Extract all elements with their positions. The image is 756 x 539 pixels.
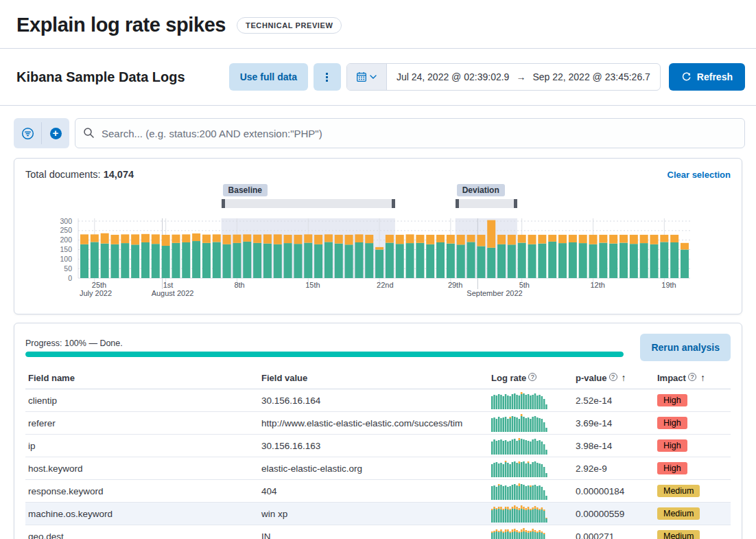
table-row[interactable]: referer http://www.elastic-elastic-elast… xyxy=(25,412,731,435)
svg-text:25th: 25th xyxy=(92,281,106,289)
sort-ascending-icon: ↑ xyxy=(700,372,705,383)
log-rate-sparkline xyxy=(491,414,547,432)
deviation-badge[interactable]: Deviation xyxy=(457,184,505,196)
toolbar-controls: Use full data Jul 24, 2022 @ 02:39:02.9 xyxy=(229,63,745,91)
field-name-cell: referer xyxy=(25,412,259,435)
chevron-down-icon xyxy=(370,75,377,79)
baseline-brush-handle[interactable] xyxy=(222,199,225,208)
field-value-cell: win xp xyxy=(259,503,488,525)
svg-text:50: 50 xyxy=(64,264,72,273)
p-value-cell: 2.52e-14 xyxy=(573,389,654,412)
p-value-cell: 3.98e-14 xyxy=(573,435,654,457)
p-value-cell: 0.000271 xyxy=(573,525,654,539)
impact-badge: High xyxy=(657,394,687,406)
deviation-brush[interactable] xyxy=(456,199,517,208)
table-row[interactable]: response.keyword 404 0.00000184 Medium xyxy=(25,480,731,503)
field-name-cell: clientip xyxy=(25,389,259,412)
svg-text:19th: 19th xyxy=(661,281,676,289)
info-icon: ? xyxy=(609,373,617,381)
date-picker: Jul 24, 2022 @ 02:39:02.9 → Sep 22, 2022… xyxy=(346,63,661,91)
svg-text:100: 100 xyxy=(60,255,72,263)
date-quick-select-button[interactable] xyxy=(347,64,387,90)
technical-preview-badge: TECHNICAL PREVIEW xyxy=(237,17,342,34)
svg-text:250: 250 xyxy=(60,226,72,234)
column-header-field-value[interactable]: Field value xyxy=(259,368,488,389)
table-row[interactable]: geo.dest IN 0.000271 Medium xyxy=(25,525,731,539)
field-value-cell: 404 xyxy=(259,480,488,503)
impact-badge: Medium xyxy=(657,530,700,539)
data-view-title: Kibana Sample Data Logs xyxy=(16,69,185,85)
histogram-chart[interactable]: 05010015020025030025th1st8th15th22nd29th… xyxy=(25,210,732,301)
field-value-cell: 30.156.16.164 xyxy=(259,389,488,412)
page-header: Explain log rate spikes TECHNICAL PREVIE… xyxy=(0,0,756,48)
field-value-cell: http://www.elastic-elastic-elastic.com/s… xyxy=(259,412,488,435)
plus-in-circle-icon: + xyxy=(50,128,62,139)
total-documents-value: 14,074 xyxy=(104,169,134,180)
table-row[interactable]: machine.os.keyword win xp 0.00000559 Med… xyxy=(25,503,731,525)
table-row[interactable]: clientip 30.156.16.164 2.52e-14 High xyxy=(25,389,731,412)
document-count-chart: BaselineDeviation 05010015020025030025th… xyxy=(25,184,731,303)
table-row[interactable]: host.keyword elastic-elastic-elastic.org… xyxy=(25,457,731,480)
progress-label: Progress: 100% — Done. xyxy=(25,339,624,348)
deviation-brush-handle[interactable] xyxy=(456,199,459,208)
svg-text:29th: 29th xyxy=(448,281,462,289)
filter-icon xyxy=(21,127,34,140)
log-rate-sparkline xyxy=(491,505,547,523)
baseline-brush-handle[interactable] xyxy=(392,199,395,208)
document-count-panel: Total documents: 14,074 Clear selection … xyxy=(14,158,742,314)
calendar-icon xyxy=(356,71,367,82)
column-header-p-value[interactable]: p-value?↑ xyxy=(573,368,654,389)
column-header-log-rate[interactable]: Log rate? xyxy=(488,368,573,389)
svg-text:5th: 5th xyxy=(519,281,530,289)
progress-bar xyxy=(25,352,624,357)
p-value-cell: 2.92e-9 xyxy=(573,457,654,480)
svg-text:July 2022: July 2022 xyxy=(80,289,112,297)
svg-text:September 2022: September 2022 xyxy=(466,289,522,297)
sort-ascending-icon: ↑ xyxy=(622,372,626,383)
log-rate-sparkline xyxy=(491,482,547,500)
svg-text:22nd: 22nd xyxy=(377,281,393,289)
total-documents: Total documents: 14,074 xyxy=(25,169,134,180)
log-rate-sparkline xyxy=(491,459,547,477)
column-header-impact[interactable]: Impact?↑ xyxy=(654,368,731,389)
svg-text:12th: 12th xyxy=(591,281,605,289)
field-name-cell: response.keyword xyxy=(25,480,259,503)
options-kebab-button[interactable] xyxy=(314,63,341,91)
log-rate-sparkline xyxy=(491,527,547,539)
toolbar-divider xyxy=(0,105,756,106)
log-rate-sparkline xyxy=(491,437,547,455)
clear-selection-link[interactable]: Clear selection xyxy=(668,170,731,180)
impact-badge: Medium xyxy=(657,485,700,497)
end-date[interactable]: Sep 22, 2022 @ 23:45:26.7 xyxy=(532,71,650,82)
add-filter-button[interactable]: + xyxy=(42,118,69,148)
field-value-cell: IN xyxy=(259,525,488,539)
deviation-brush-handle[interactable] xyxy=(514,199,517,208)
filter-controls: + xyxy=(14,118,69,148)
field-name-cell: host.keyword xyxy=(25,457,259,480)
svg-text:0: 0 xyxy=(68,274,72,282)
column-header-field-name[interactable]: Field name xyxy=(25,368,259,389)
search-input[interactable] xyxy=(75,118,745,148)
p-value-cell: 0.00000559 xyxy=(573,503,654,525)
table-row[interactable]: ip 30.156.16.163 3.98e-14 High xyxy=(25,435,731,457)
svg-text:8th: 8th xyxy=(234,281,244,289)
start-date[interactable]: Jul 24, 2022 @ 02:39:02.9 xyxy=(397,71,509,82)
date-range: Jul 24, 2022 @ 02:39:02.9 → Sep 22, 2022… xyxy=(387,64,660,90)
filter-button[interactable] xyxy=(14,118,41,148)
use-full-data-button[interactable]: Use full data xyxy=(229,63,308,91)
svg-text:150: 150 xyxy=(60,245,72,253)
svg-text:August 2022: August 2022 xyxy=(152,289,194,297)
baseline-brush[interactable] xyxy=(222,199,395,208)
rerun-analysis-button[interactable]: Rerun analysis xyxy=(640,334,731,361)
boxes-vertical-icon xyxy=(326,73,328,82)
refresh-button[interactable]: Refresh xyxy=(669,63,745,91)
search-icon xyxy=(83,127,95,139)
dataview-toolbar: Kibana Sample Data Logs Use full data Ju xyxy=(0,49,756,105)
info-icon: ? xyxy=(688,373,696,381)
arrow-right-icon: → xyxy=(516,71,525,82)
baseline-badge[interactable]: Baseline xyxy=(223,184,268,196)
svg-text:15th: 15th xyxy=(305,281,320,289)
svg-text:300: 300 xyxy=(60,217,72,225)
impact-badge: Medium xyxy=(657,507,700,520)
results-table: Field name Field value Log rate? p-value… xyxy=(25,368,731,539)
